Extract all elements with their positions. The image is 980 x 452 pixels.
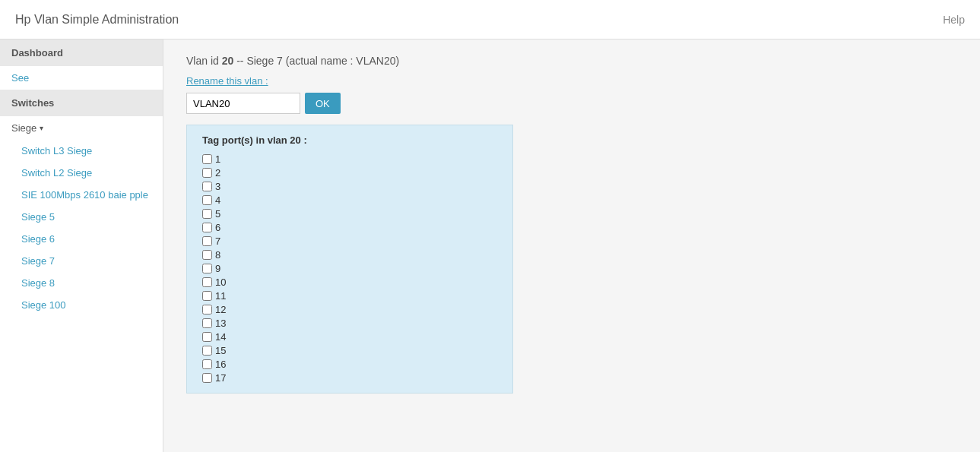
- port-checkbox-16[interactable]: [202, 359, 212, 369]
- port-item: 14: [202, 331, 497, 343]
- port-checkbox-17[interactable]: [202, 373, 212, 383]
- port-checkbox-11[interactable]: [202, 291, 212, 301]
- port-checkbox-9[interactable]: [202, 264, 212, 273]
- chevron-down-icon: ▾: [40, 124, 43, 132]
- port-item: 15: [202, 345, 497, 356]
- port-box-title: Tag port(s) in vlan 20 :: [202, 134, 497, 146]
- port-checkbox-7[interactable]: [202, 236, 212, 246]
- sidebar: Dashboard See Switches Siege ▾ Switch L3…: [0, 40, 163, 452]
- port-item: 17: [202, 372, 497, 384]
- port-checkbox-15[interactable]: [202, 346, 212, 356]
- vlan-title-prefix: Vlan id: [186, 55, 222, 67]
- port-item: 3: [202, 181, 497, 192]
- port-checkbox-10[interactable]: [202, 277, 212, 287]
- top-bar: Hp Vlan Simple Administration Help: [0, 0, 980, 40]
- port-item: 8: [202, 249, 497, 261]
- sidebar-item-sie-100mbps[interactable]: SIE 100Mbps 2610 baie pple: [0, 184, 163, 206]
- sidebar-item-siege8[interactable]: Siege 8: [0, 272, 163, 294]
- port-item: 7: [202, 235, 497, 247]
- sidebar-item-siege100[interactable]: Siege 100: [0, 294, 163, 316]
- port-item: 4: [202, 194, 497, 206]
- dashboard-header: Dashboard: [0, 40, 163, 66]
- sidebar-item-siege6[interactable]: Siege 6: [0, 228, 163, 250]
- help-link[interactable]: Help: [943, 14, 965, 26]
- port-item: 12: [202, 304, 497, 315]
- port-checkbox-14[interactable]: [202, 332, 212, 342]
- port-item: 11: [202, 290, 497, 302]
- content-area: Vlan id 20 -- Siege 7 (actual name : VLA…: [163, 40, 980, 452]
- port-list: 1 2 3 4 5 6 7 8 9 10 11 12 13 14 15 16 1…: [202, 153, 497, 384]
- sidebar-item-siege5[interactable]: Siege 5: [0, 206, 163, 228]
- ok-button[interactable]: OK: [305, 93, 341, 114]
- port-checkbox-6[interactable]: [202, 223, 212, 232]
- siege-group[interactable]: Siege ▾: [0, 116, 163, 140]
- port-item: 13: [202, 318, 497, 329]
- rename-vlan-link[interactable]: Rename this vlan :: [186, 75, 268, 87]
- sidebar-item-siege7[interactable]: Siege 7: [0, 250, 163, 272]
- vlan-id: 20: [222, 55, 234, 67]
- port-checkbox-5[interactable]: [202, 209, 212, 219]
- port-item: 9: [202, 263, 497, 274]
- port-checkbox-1[interactable]: [202, 154, 212, 164]
- port-item: 2: [202, 167, 497, 179]
- port-box: Tag port(s) in vlan 20 : 1 2 3 4 5 6 7 8…: [186, 125, 513, 394]
- switches-header: Switches: [0, 90, 163, 116]
- app-title: Hp Vlan Simple Administration: [15, 13, 179, 27]
- port-item: 5: [202, 208, 497, 220]
- port-item: 1: [202, 153, 497, 165]
- vlan-title-suffix: -- Siege 7 (actual name : VLAN20): [233, 55, 399, 67]
- port-item: 10: [202, 277, 497, 288]
- rename-input[interactable]: [186, 93, 300, 114]
- port-checkbox-3[interactable]: [202, 182, 212, 191]
- vlan-title: Vlan id 20 -- Siege 7 (actual name : VLA…: [186, 55, 957, 67]
- port-checkbox-4[interactable]: [202, 195, 212, 205]
- sidebar-item-switch-l2-siege[interactable]: Switch L2 Siege: [0, 162, 163, 184]
- main-layout: Dashboard See Switches Siege ▾ Switch L3…: [0, 40, 980, 452]
- sidebar-item-switch-l3-siege[interactable]: Switch L3 Siege: [0, 140, 163, 162]
- port-checkbox-13[interactable]: [202, 318, 212, 328]
- port-item: 16: [202, 359, 497, 370]
- port-checkbox-8[interactable]: [202, 250, 212, 260]
- port-checkbox-2[interactable]: [202, 168, 212, 178]
- port-item: 6: [202, 222, 497, 233]
- see-link[interactable]: See: [0, 66, 163, 90]
- port-checkbox-12[interactable]: [202, 305, 212, 315]
- rename-row: OK: [186, 93, 957, 114]
